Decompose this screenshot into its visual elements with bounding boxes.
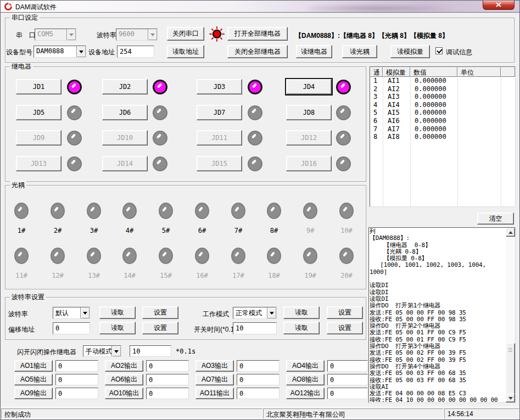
table-row[interactable]: 5 AI5 0.000000 xyxy=(370,109,515,117)
col-header-unit[interactable]: 单位 xyxy=(457,67,501,77)
debug-log-panel[interactable]: 列 【DAM0888】: 【继电器 0-8】 【光耦 0-8】 【模拟量 0-8… xyxy=(368,227,516,403)
relay-lamp-jd9 xyxy=(67,131,82,145)
read-relay-button[interactable]: 读继电器 xyxy=(296,45,332,58)
clear-log-button[interactable]: 清空 xyxy=(477,212,514,225)
relay-button-jd7[interactable]: JD7 xyxy=(197,105,242,120)
ao3-value-input[interactable] xyxy=(237,360,279,372)
open-all-relays-button[interactable]: 打开全部继电器 xyxy=(227,27,288,41)
table-row[interactable]: 1 AI1 0.000000 xyxy=(370,77,515,85)
ao4-output-button[interactable]: AO4输出 xyxy=(286,360,325,372)
ao11-output-button[interactable]: AO11输出 xyxy=(195,388,234,399)
table-row[interactable]: 7 AI7 0.000000 xyxy=(370,125,515,133)
col-header-channel[interactable]: 通 xyxy=(370,67,383,77)
read-addr-button[interactable]: 读取地址 xyxy=(167,45,204,58)
table-row[interactable]: 3 AI3 0.000000 xyxy=(370,93,515,101)
col-header-filler[interactable] xyxy=(501,67,515,77)
relay-button-jd3[interactable]: JD3 xyxy=(197,79,242,94)
ao11-value-input[interactable] xyxy=(237,388,279,399)
ao1-output-button[interactable]: AO1输出 xyxy=(14,360,53,372)
ao10-output-button[interactable]: AO10输出 xyxy=(105,388,143,399)
switch-time-read-button[interactable]: 读取 xyxy=(283,322,320,334)
ao10-value-input[interactable] xyxy=(146,388,189,399)
ao2-output-button[interactable]: AO2输出 xyxy=(105,360,143,372)
flash-mode-combo[interactable]: 手动模式 xyxy=(83,345,121,357)
table-row[interactable]: 8 AI8 0.000000 xyxy=(370,133,515,141)
status-bar: 控制成功 北京聚英翱翔电子有限公司 14:56:14 xyxy=(1,407,519,420)
table-gridline xyxy=(457,77,458,206)
log-scrollbar[interactable] xyxy=(506,228,515,402)
ao6-value-input[interactable] xyxy=(146,374,189,385)
close-all-relays-button[interactable]: 关闭全部继电器 xyxy=(227,45,288,58)
serial-group-title: 串口设定 xyxy=(10,14,40,22)
opto-label-14: 14# xyxy=(121,272,138,279)
baud-set-button[interactable]: 设置 xyxy=(142,306,178,319)
scroll-down-icon[interactable] xyxy=(506,394,515,402)
read-analog-button[interactable]: 读模拟量 xyxy=(390,45,430,58)
relay-button-jd8[interactable]: JD8 xyxy=(286,105,332,120)
close-serial-button[interactable]: 关闭串口 xyxy=(167,27,204,41)
cell-unit xyxy=(457,133,501,141)
cell-name: AI2 xyxy=(383,85,410,93)
table-row[interactable]: 4 AI4 0.000000 xyxy=(370,101,515,109)
relay-button-jd1[interactable]: JD1 xyxy=(16,79,61,94)
opto-label-10: 10# xyxy=(338,227,355,234)
offset-set-button[interactable]: 设置 xyxy=(142,322,178,334)
relay-button-jd5[interactable]: JD5 xyxy=(16,105,61,120)
table-row[interactable]: 2 AI2 0.000000 xyxy=(370,85,515,93)
offset-read-button[interactable]: 读取 xyxy=(99,322,136,334)
col-header-analog[interactable]: 模拟量 xyxy=(383,67,410,77)
ao7-value-input[interactable] xyxy=(237,374,279,385)
device-addr-input[interactable] xyxy=(117,46,154,58)
debug-info-checkbox[interactable] xyxy=(435,47,443,54)
read-opto-button[interactable]: 读光耦 xyxy=(342,45,377,58)
scroll-up-icon[interactable] xyxy=(506,228,515,237)
title-bar[interactable]: DAM调试软件 xyxy=(1,1,519,13)
baud-setting-combo[interactable]: 默认 xyxy=(53,307,90,319)
ao2-value-input[interactable] xyxy=(146,360,189,372)
flash-time-input[interactable] xyxy=(130,345,171,357)
relay-button-jd9: JD9 xyxy=(16,130,61,145)
scrollbar-thumb[interactable] xyxy=(506,343,515,395)
app-window: DAM调试软件 串口设定 串 口 COM5 波特率 9600 关闭串口 打开全 xyxy=(0,0,520,420)
ao9-value-input[interactable] xyxy=(55,388,98,399)
work-mode-combo[interactable]: 正常模式 xyxy=(233,307,277,319)
ao8-value-input[interactable] xyxy=(327,374,368,385)
ao9-output-button[interactable]: AO9输出 xyxy=(14,388,53,399)
relay-button-jd6[interactable]: JD6 xyxy=(102,105,148,120)
close-button[interactable] xyxy=(483,1,515,10)
table-gridline xyxy=(410,77,411,206)
ao12-value-input[interactable] xyxy=(327,388,368,399)
ao3-output-button[interactable]: AO3输出 xyxy=(195,360,234,372)
opto-group-title: 光耦 xyxy=(10,181,26,189)
opto-lamp-16 xyxy=(195,248,209,264)
opto-label-1: 1# xyxy=(13,227,30,234)
ao8-output-button[interactable]: AO8输出 xyxy=(286,374,325,385)
work-mode-value: 正常模式 xyxy=(233,307,267,318)
work-mode-read-button[interactable]: 读取 xyxy=(283,306,320,319)
ao12-output-button[interactable]: AO12输出 xyxy=(286,388,325,399)
cell-channel: 2 xyxy=(370,85,383,93)
opto-label-9: 9# xyxy=(302,227,318,234)
flash-mode-value: 手动模式 xyxy=(83,346,111,356)
ao4-value-input[interactable] xyxy=(327,360,368,372)
col-header-value[interactable]: 数值 xyxy=(410,67,457,77)
offset-addr-input[interactable] xyxy=(53,322,90,334)
relay-button-jd2[interactable]: JD2 xyxy=(102,79,148,94)
switch-time-set-button[interactable]: 设置 xyxy=(327,322,363,334)
ao5-output-button[interactable]: AO5输出 xyxy=(14,374,53,385)
ao7-output-button[interactable]: AO7输出 xyxy=(195,374,234,385)
window-title: DAM调试软件 xyxy=(15,3,57,12)
ao1-value-input[interactable] xyxy=(55,360,98,372)
baud-read-button[interactable]: 读取 xyxy=(99,306,136,319)
model-combo[interactable]: DAM0888 xyxy=(33,46,86,58)
relay-lamp-jd2 xyxy=(153,80,167,94)
opto-lamp-17 xyxy=(231,248,245,264)
relay-button-jd4[interactable]: JD4 xyxy=(286,79,332,94)
ao6-output-button[interactable]: AO6输出 xyxy=(105,374,143,385)
app-icon xyxy=(4,2,13,13)
opto-lamp-10 xyxy=(339,203,354,219)
work-mode-set-button[interactable]: 设置 xyxy=(327,306,363,319)
ao5-value-input[interactable] xyxy=(55,374,98,385)
switch-time-input[interactable] xyxy=(233,322,277,334)
table-row[interactable]: 6 AI6 0.000000 xyxy=(370,117,515,125)
